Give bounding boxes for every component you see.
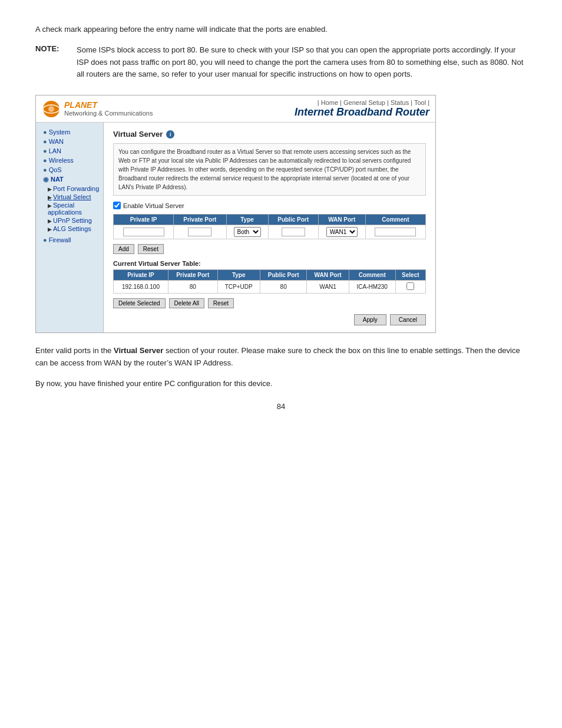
row-select-checkbox[interactable] xyxy=(406,282,414,290)
cur-header-type: Type xyxy=(217,270,260,281)
dot-icon: ● xyxy=(43,129,47,136)
note-block: NOTE: Some ISPs block access to port 80.… xyxy=(35,44,527,81)
form-header-comment: Comment xyxy=(365,215,425,225)
sidebar-item-firewall[interactable]: ●Firewall xyxy=(36,235,103,245)
note-content: Some ISPs block access to port 80. Be su… xyxy=(77,44,527,81)
sidebar-item-lan[interactable]: ●LAN xyxy=(36,146,103,156)
info-icon[interactable]: i xyxy=(166,130,174,139)
sidebar-sub-alg[interactable]: ▶ALG Settings xyxy=(48,225,103,233)
cell-private-port: 80 xyxy=(168,281,217,294)
cur-header-wan-port: WAN Port xyxy=(307,270,349,281)
sidebar-item-wan[interactable]: ●WAN xyxy=(36,137,103,146)
cell-public-port: 80 xyxy=(260,281,306,294)
cell-type: TCP+UDP xyxy=(217,281,260,294)
intro-paragraph: A check mark appearing before the entry … xyxy=(35,24,527,36)
apply-cancel-row: Apply Cancel xyxy=(113,314,426,325)
cell-wan-port: WAN1 xyxy=(307,281,349,294)
planet-brand-text: PLANET Networking & Communications xyxy=(64,100,153,118)
sidebar-sub-port-forwarding[interactable]: ▶Port Forwarding xyxy=(48,185,103,193)
cur-header-private-ip: Private IP xyxy=(114,270,168,281)
form-header-type: Type xyxy=(226,215,268,225)
form-input-row: Both TCP UDP WAN1 xyxy=(114,225,426,239)
sidebar-sub-special-apps[interactable]: ▶Special applications xyxy=(48,201,103,216)
delete-all-button[interactable]: Delete All xyxy=(169,298,204,308)
dot-icon: ● xyxy=(43,138,47,145)
cur-header-comment: Comment xyxy=(349,270,395,281)
select-type[interactable]: Both TCP UDP xyxy=(234,227,261,237)
note-label: NOTE: xyxy=(35,44,77,81)
virtual-server-bold: Virtual Server xyxy=(114,346,163,355)
form-header-wan-port: WAN Port xyxy=(318,215,365,225)
table-row: 192.168.0.100 80 TCP+UDP 80 WAN1 ICA-HM2… xyxy=(114,281,426,294)
dot-icon: ● xyxy=(43,157,47,164)
page-number: 84 xyxy=(35,402,527,411)
sidebar-item-nat[interactable]: ◉NAT xyxy=(36,174,103,185)
delete-row: Delete Selected Delete All Reset xyxy=(113,298,426,308)
input-private-port[interactable] xyxy=(188,228,211,236)
svg-point-2 xyxy=(48,106,54,112)
triangle-icon: ▶ xyxy=(48,218,52,224)
cur-header-select: Select xyxy=(395,270,425,281)
description-box: You can configure the Broadband router a… xyxy=(113,143,426,196)
triangle-icon: ▶ xyxy=(48,186,52,192)
sidebar: ●System ●WAN ●LAN ●Wireless ●QoS ◉NAT ▶P… xyxy=(36,123,104,332)
sidebar-item-system[interactable]: ●System xyxy=(36,127,103,137)
cell-comment: ICA-HM230 xyxy=(349,281,395,294)
input-private-ip[interactable] xyxy=(123,228,164,236)
outro-paragraph-2: By now, you have finished your entire PC… xyxy=(35,378,527,390)
select-wan-port[interactable]: WAN1 xyxy=(326,227,358,237)
add-button[interactable]: Add xyxy=(113,244,134,254)
enable-virtual-server-checkbox[interactable] xyxy=(113,202,121,209)
dot-icon: ● xyxy=(43,236,47,243)
router-ui-screenshot: PLANET Networking & Communications | Hom… xyxy=(35,95,436,333)
cancel-button[interactable]: Cancel xyxy=(390,314,426,325)
router-header: PLANET Networking & Communications | Hom… xyxy=(36,95,435,123)
dot-icon: ◉ xyxy=(43,176,49,183)
section-title: Virtual Server i xyxy=(113,130,426,139)
form-header-private-port: Private Port xyxy=(174,215,226,225)
planet-logo-icon xyxy=(42,100,61,118)
delete-selected-button[interactable]: Delete Selected xyxy=(113,298,166,308)
current-virtual-server-table: Private IP Private Port Type Public Port… xyxy=(113,269,426,294)
input-comment[interactable] xyxy=(375,228,416,236)
enable-virtual-server-row: Enable Virtual Server xyxy=(113,202,426,209)
header-nav: | Home | General Setup | Status | Tool | xyxy=(295,99,429,106)
form-header-public-port: Public Port xyxy=(268,215,318,225)
form-header-private-ip: Private IP xyxy=(114,215,174,225)
sidebar-item-qos[interactable]: ●QoS xyxy=(36,165,103,174)
cur-header-private-port: Private Port xyxy=(168,270,217,281)
dot-icon: ● xyxy=(43,147,47,154)
cell-select[interactable] xyxy=(395,281,425,294)
planet-logo: PLANET Networking & Communications xyxy=(42,100,153,118)
dot-icon: ● xyxy=(43,166,47,173)
input-public-port[interactable] xyxy=(282,228,305,236)
reset2-button[interactable]: Reset xyxy=(208,298,234,308)
add-reset-row: Add Reset xyxy=(113,244,426,254)
apply-button[interactable]: Apply xyxy=(354,314,386,325)
sidebar-sub-virtual-select[interactable]: ▶Virtual Select xyxy=(48,193,103,201)
sidebar-item-wireless[interactable]: ●Wireless xyxy=(36,156,103,165)
virtual-server-form-table: Private IP Private Port Type Public Port… xyxy=(113,214,426,239)
content-area: Virtual Server i You can configure the B… xyxy=(104,123,435,332)
triangle-icon: ▶ xyxy=(48,195,52,200)
sidebar-nat-subitems: ▶Port Forwarding ▶Virtual Select ▶Specia… xyxy=(36,185,103,233)
current-table-title: Current Virtual Server Table: xyxy=(113,260,426,267)
router-body: ●System ●WAN ●LAN ●Wireless ●QoS ◉NAT ▶P… xyxy=(36,123,435,332)
sidebar-sub-upnp[interactable]: ▶UPnP Setting xyxy=(48,216,103,225)
outro-paragraph-1: Enter valid ports in the Virtual Server … xyxy=(35,345,527,370)
cur-header-public-port: Public Port xyxy=(260,270,306,281)
reset-button[interactable]: Reset xyxy=(138,244,164,254)
enable-virtual-server-label: Enable Virtual Server xyxy=(123,202,184,209)
triangle-icon: ▶ xyxy=(48,203,52,209)
router-title: Internet Broadband Router xyxy=(295,106,429,118)
triangle-icon: ▶ xyxy=(48,226,52,232)
cell-private-ip: 192.168.0.100 xyxy=(114,281,168,294)
